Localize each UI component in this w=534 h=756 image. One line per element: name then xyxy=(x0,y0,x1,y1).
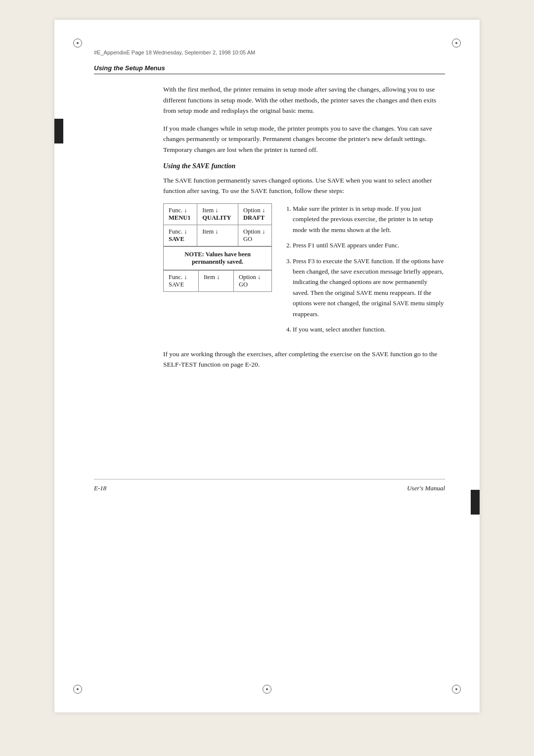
intro-para-1: With the first method, the printer remai… xyxy=(163,84,445,116)
func-cell: Func. ↓ MENU1 xyxy=(164,203,197,225)
menu-table-1: Func. ↓ MENU1 Item ↓ QUALITY Option ↓ DR… xyxy=(163,203,272,246)
reg-mark-tl xyxy=(73,39,82,47)
option-cell: Option ↓ GO xyxy=(233,270,271,291)
item-cell: Item ↓ xyxy=(197,225,238,246)
menu-table-2: Func. ↓ SAVE Item ↓ Option ↓ GO xyxy=(163,270,272,292)
steps-list: Make sure the printer is in setup mode. … xyxy=(293,203,445,335)
item-cell: Item ↓ QUALITY xyxy=(197,203,238,225)
func-cell: Func. ↓ SAVE xyxy=(164,270,199,291)
step-2: Press F1 until SAVE appears under Func. xyxy=(293,240,445,250)
reg-mark-tr xyxy=(452,39,461,47)
table-row: Func. ↓ MENU1 Item ↓ QUALITY Option ↓ DR… xyxy=(164,203,272,225)
note-line2: permanently saved. xyxy=(192,258,243,265)
step-1: Make sure the printer is in setup mode. … xyxy=(293,203,445,235)
note-line1: NOTE: Values have been xyxy=(184,251,251,258)
footer-paragraph: If you are working through the exercises… xyxy=(163,349,445,370)
table-row: Func. ↓ SAVE Item ↓ Option ↓ GO xyxy=(164,225,272,246)
two-col-layout: Func. ↓ MENU1 Item ↓ QUALITY Option ↓ DR… xyxy=(163,203,445,340)
black-tab-left xyxy=(54,119,63,143)
manual-title: User's Manual xyxy=(407,484,445,492)
reg-mark-br xyxy=(452,685,461,694)
intro-para-2: If you made changes while in setup mode,… xyxy=(163,123,445,155)
black-tab-right xyxy=(471,490,480,515)
page-footer: E-18 User's Manual xyxy=(94,479,445,492)
subsection-intro: The SAVE function permanently saves chan… xyxy=(163,175,445,196)
page: #E_AppendixE Page 18 Wednesday, Septembe… xyxy=(54,20,480,712)
option-cell: Option ↓ GO xyxy=(238,225,272,246)
func-cell: Func. ↓ SAVE xyxy=(164,225,197,246)
step-4: If you want, select another function. xyxy=(293,324,445,334)
reg-mark-cb xyxy=(263,685,271,694)
step-3: Press F3 to execute the SAVE function. I… xyxy=(293,256,445,320)
file-path: #E_AppendixE Page 18 Wednesday, Septembe… xyxy=(94,49,445,55)
option-cell: Option ↓ DRAFT xyxy=(238,203,272,225)
page-number: E-18 xyxy=(94,484,106,492)
steps-col: Make sure the printer is in setup mode. … xyxy=(284,203,445,340)
table-row: Func. ↓ SAVE Item ↓ Option ↓ GO xyxy=(164,270,272,291)
subsection-title: Using the SAVE function xyxy=(163,162,445,170)
reg-mark-bl xyxy=(73,685,82,694)
note-box: NOTE: Values have been permanently saved… xyxy=(163,246,272,270)
item-cell: Item ↓ xyxy=(198,270,233,291)
section-heading: Using the Setup Menus xyxy=(94,64,445,74)
content-area: With the first method, the printer remai… xyxy=(163,84,445,370)
tables-col: Func. ↓ MENU1 Item ↓ QUALITY Option ↓ DR… xyxy=(163,203,272,292)
